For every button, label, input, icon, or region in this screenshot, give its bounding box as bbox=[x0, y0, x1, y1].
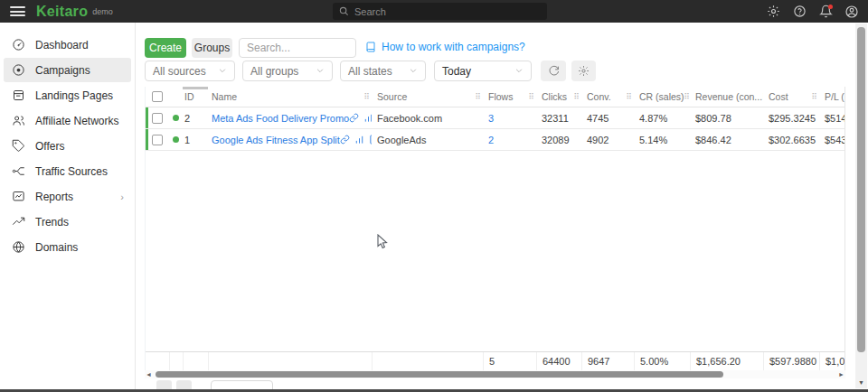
pagination-bar bbox=[145, 378, 850, 389]
column-header-revenue[interactable]: Revenue (con...⠿ bbox=[690, 91, 763, 102]
sidebar-item-traffic-sources[interactable]: Traffic Sources bbox=[4, 159, 131, 183]
help-campaigns-link[interactable]: How to work with campaigns? bbox=[365, 41, 525, 53]
user-icon[interactable] bbox=[844, 5, 859, 19]
link-icon[interactable] bbox=[349, 113, 359, 123]
source-cell: GoogleAds bbox=[372, 135, 483, 145]
drag-handle-icon[interactable]: ⠿ bbox=[475, 92, 483, 101]
vertical-scrollbar-thumb[interactable] bbox=[857, 27, 865, 352]
column-header-clicks[interactable]: Clicks⠿ bbox=[536, 91, 581, 102]
conv-cell: 4902 bbox=[581, 135, 634, 145]
groups-button[interactable]: Groups bbox=[192, 38, 232, 58]
column-header-conv[interactable]: Conv.⠿ bbox=[581, 91, 634, 102]
source-cell: Facebook.com bbox=[372, 113, 483, 124]
refresh-button[interactable] bbox=[541, 61, 566, 81]
sidebar-item-dashboard[interactable]: Dashboard bbox=[4, 33, 131, 57]
chart-icon[interactable] bbox=[354, 135, 364, 145]
target-icon bbox=[11, 63, 25, 78]
page-icon bbox=[11, 89, 25, 103]
sidebar-item-affiliate-networks[interactable]: Affiliate Networks bbox=[4, 108, 131, 133]
drag-handle-icon[interactable]: ⠿ bbox=[811, 92, 819, 101]
notification-badge bbox=[828, 5, 833, 9]
table-totals-row: 5 64400 9647 5.00% $1,656.20 $597.9880 $… bbox=[146, 351, 844, 370]
campaign-search-input[interactable] bbox=[239, 38, 356, 58]
globe-icon bbox=[11, 240, 25, 255]
gear-icon[interactable] bbox=[766, 5, 780, 19]
dashboard-gauge-icon bbox=[11, 38, 25, 52]
bell-icon[interactable] bbox=[818, 5, 833, 19]
link-icon[interactable] bbox=[340, 135, 350, 145]
column-header-id[interactable]: ID bbox=[183, 91, 208, 102]
filter-all-groups[interactable]: All groups bbox=[242, 61, 333, 81]
revenue-cell: $846.42 bbox=[690, 135, 763, 145]
sidebar-item-domains[interactable]: Domains bbox=[4, 235, 131, 259]
topbar-actions bbox=[766, 0, 859, 23]
scroll-down-arrow-icon[interactable]: ▼ bbox=[855, 379, 867, 386]
total-clicks: 64400 bbox=[536, 352, 581, 370]
sidebar-item-campaigns[interactable]: Campaigns bbox=[4, 58, 131, 82]
book-icon bbox=[365, 42, 376, 52]
drag-handle-icon[interactable]: ⠿ bbox=[528, 92, 536, 101]
filter-all-sources[interactable]: All sources bbox=[145, 61, 235, 81]
drag-handle-icon[interactable]: ⠿ bbox=[363, 92, 372, 101]
select-all-checkbox[interactable] bbox=[152, 91, 163, 102]
per-page-select[interactable] bbox=[211, 380, 273, 389]
filter-all-states[interactable]: All states bbox=[340, 61, 426, 81]
column-header-cost[interactable]: Cost⠿ bbox=[763, 91, 819, 102]
cost-cell: $302.6635 bbox=[763, 135, 819, 145]
report-chart-icon bbox=[11, 190, 25, 204]
table-empty-area bbox=[146, 151, 844, 351]
filter-date-range[interactable]: Today bbox=[434, 61, 532, 81]
campaign-name-link[interactable]: Meta Ads Food Delivery Promo bbox=[212, 113, 349, 124]
global-search-input[interactable] bbox=[354, 6, 541, 17]
search-icon bbox=[339, 6, 349, 16]
campaigns-table: ID Name⠿ Source⠿ Flows⠿ Clicks⠿ Conv.⠿ C… bbox=[145, 87, 845, 370]
campaign-id: 2 bbox=[183, 113, 208, 124]
pagination-next-button[interactable] bbox=[176, 380, 192, 389]
flows-link[interactable]: 3 bbox=[488, 113, 494, 124]
scroll-right-arrow-icon[interactable]: ► bbox=[837, 370, 845, 378]
flows-link[interactable]: 2 bbox=[488, 135, 494, 145]
row-actions: ••• bbox=[349, 113, 372, 123]
table-row[interactable]: 2 Meta Ads Food Delivery Promo ••• Faceb… bbox=[146, 107, 844, 129]
sidebar-item-offers[interactable]: Offers bbox=[4, 134, 131, 158]
vertical-scrollbar[interactable]: ▼ bbox=[855, 23, 867, 388]
sidebar-item-landings-pages[interactable]: Landings Pages bbox=[4, 83, 131, 107]
campaign-name-link[interactable]: Google Ads Fitness App Split bbox=[212, 135, 340, 145]
split-icon bbox=[11, 164, 25, 179]
table-header-row: ID Name⠿ Source⠿ Flows⠿ Clicks⠿ Conv.⠿ C… bbox=[146, 87, 844, 107]
create-button[interactable]: Create bbox=[145, 38, 186, 58]
sidebar-item-trends[interactable]: Trends bbox=[4, 210, 131, 234]
hamburger-menu-icon[interactable] bbox=[10, 6, 25, 16]
tag-icon bbox=[11, 139, 25, 154]
sidebar-item-reports[interactable]: Reports › bbox=[4, 184, 131, 209]
app-window: Keitaro demo Dash bbox=[0, 0, 868, 392]
table-settings-button[interactable] bbox=[571, 61, 596, 81]
conv-cell: 4745 bbox=[581, 113, 634, 124]
column-header-name[interactable]: Name⠿ bbox=[208, 91, 372, 102]
global-search[interactable] bbox=[333, 3, 547, 20]
column-header-pl[interactable]: P/L ( bbox=[819, 91, 844, 102]
row-checkbox[interactable] bbox=[152, 113, 163, 124]
refresh-icon bbox=[548, 65, 560, 77]
drag-handle-icon[interactable]: ⠿ bbox=[573, 92, 581, 101]
column-scroll-indicator bbox=[183, 87, 208, 89]
drag-handle-icon[interactable]: ⠿ bbox=[626, 92, 634, 101]
cr-cell: 4.87% bbox=[634, 113, 690, 124]
logo-demo-label: demo bbox=[92, 7, 113, 16]
pl-cell: $543 bbox=[819, 135, 844, 145]
total-revenue: $1,656.20 bbox=[690, 352, 763, 370]
horizontal-scrollbar-thumb[interactable] bbox=[156, 371, 723, 378]
column-header-cr-sales[interactable]: CR (sales)⠿ bbox=[634, 91, 690, 102]
horizontal-scrollbar[interactable]: ◄ ► bbox=[145, 370, 845, 378]
clicks-cell: 32311 bbox=[536, 113, 581, 124]
column-header-source[interactable]: Source⠿ bbox=[372, 91, 483, 102]
column-header-flows[interactable]: Flows⠿ bbox=[483, 91, 536, 102]
row-checkbox[interactable] bbox=[152, 135, 163, 145]
scroll-left-arrow-icon[interactable]: ◄ bbox=[145, 370, 153, 378]
chevron-down-icon bbox=[409, 65, 418, 78]
clicks-cell: 32089 bbox=[536, 135, 581, 145]
chart-icon[interactable] bbox=[363, 113, 372, 123]
help-icon[interactable] bbox=[792, 5, 807, 19]
table-row[interactable]: 1 Google Ads Fitness App Split ••• Googl… bbox=[146, 129, 844, 151]
pagination-prev-button[interactable] bbox=[156, 380, 172, 389]
